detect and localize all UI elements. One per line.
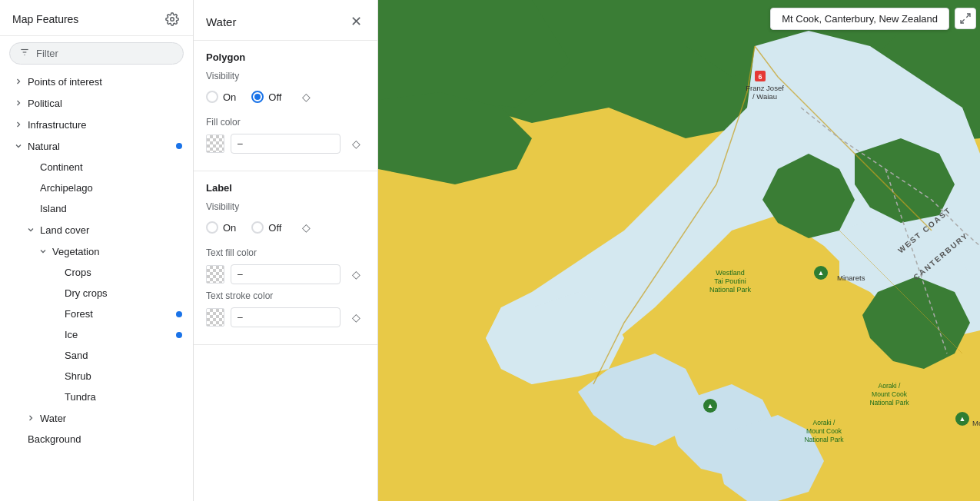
- nav-item-label: Tundra: [65, 391, 96, 403]
- svg-text:/ Waiau: / Waiau: [752, 92, 777, 101]
- fullscreen-button[interactable]: [955, 8, 976, 29]
- svg-text:Mount Hutton: Mount Hutton: [972, 419, 980, 427]
- svg-text:▲: ▲: [818, 269, 825, 277]
- text-fill-value[interactable]: –: [231, 264, 341, 284]
- nav-item-political[interactable]: Political: [0, 92, 193, 114]
- svg-text:6: 6: [758, 73, 762, 81]
- nav-item-landcover[interactable]: Land cover: [0, 219, 193, 241]
- svg-text:Aoraki /: Aoraki /: [813, 419, 835, 426]
- svg-text:▲: ▲: [707, 402, 714, 410]
- polygon-visibility-label: Visibility: [206, 71, 365, 81]
- arrow-icon: [12, 75, 25, 88]
- nav-item-label: Dry crops: [65, 287, 108, 299]
- map-area[interactable]: WEST COAST CANTERBURY WEST COAST CANTERB…: [378, 0, 980, 501]
- middle-panel: Water ✕ Polygon Visibility On Off ◇ Fill…: [194, 0, 378, 501]
- polygon-fill-value[interactable]: –: [231, 134, 341, 154]
- nav-item-label: Island: [40, 203, 67, 214]
- label-off-circle: [251, 221, 264, 234]
- filter-text: Filter: [36, 48, 58, 59]
- svg-text:National Park: National Park: [804, 436, 844, 443]
- arrow-icon: [25, 412, 37, 424]
- location-bar: Mt Cook, Canterbury, New Zealand: [770, 8, 949, 30]
- label-on-radio[interactable]: On: [206, 221, 236, 234]
- svg-text:National Park: National Park: [709, 286, 752, 294]
- label-visibility-label: Visibility: [206, 201, 365, 212]
- nav-item-infrastructure[interactable]: Infrastructure: [0, 114, 193, 135]
- polygon-on-circle: [206, 91, 218, 103]
- svg-text:Mount Cook: Mount Cook: [872, 390, 908, 398]
- svg-text:National Park: National Park: [869, 399, 909, 406]
- arrow-icon: [12, 118, 25, 131]
- arrow-icon: [37, 245, 49, 257]
- nav-item-vegetation[interactable]: Vegetation: [0, 241, 193, 262]
- svg-text:Westland: Westland: [716, 269, 744, 277]
- nav-tree: Points of interestPoliticalInfrastructur…: [0, 71, 193, 501]
- svg-text:▲: ▲: [959, 415, 966, 423]
- nav-item-sand[interactable]: Sand: [0, 345, 193, 366]
- label-section: Label Visibility On Off ◇ Text fill colo…: [194, 171, 377, 345]
- nav-item-drycrops[interactable]: Dry crops: [0, 283, 193, 304]
- svg-text:Minarets: Minarets: [837, 274, 865, 282]
- filter-bar[interactable]: Filter: [9, 42, 184, 65]
- nav-item-label: Land cover: [40, 224, 89, 236]
- close-button[interactable]: ✕: [347, 12, 365, 31]
- text-stroke-color-row: – ◇: [206, 307, 365, 327]
- polygon-visibility-diamond[interactable]: ◇: [297, 88, 315, 106]
- nav-item-label: Infrastructure: [28, 119, 87, 131]
- nav-item-tundra[interactable]: Tundra: [0, 387, 193, 407]
- polygon-off-radio[interactable]: Off: [251, 91, 281, 103]
- nav-item-label: Crops: [65, 267, 91, 278]
- nav-item-natural[interactable]: Natural: [0, 135, 193, 157]
- nav-item-archipelago[interactable]: Archipelago: [0, 178, 193, 198]
- polygon-on-label: On: [223, 91, 236, 103]
- nav-item-shrub[interactable]: Shrub: [0, 366, 193, 387]
- nav-item-island[interactable]: Island: [0, 198, 193, 219]
- nav-item-dot: [176, 143, 182, 149]
- text-fill-color-row: – ◇: [206, 264, 365, 284]
- nav-item-label: Water: [40, 413, 66, 424]
- nav-item-continent[interactable]: Continent: [0, 157, 193, 178]
- arrow-icon: [25, 224, 37, 236]
- nav-item-dot: [176, 311, 182, 317]
- text-stroke-swatch[interactable]: [206, 308, 224, 327]
- text-fill-swatch[interactable]: [206, 265, 224, 284]
- text-fill-color-label: Text fill color: [206, 247, 365, 258]
- text-stroke-diamond[interactable]: ◇: [347, 308, 365, 327]
- nav-item-water[interactable]: Water: [0, 407, 193, 429]
- text-stroke-color-label: Text stroke color: [206, 290, 365, 301]
- nav-item-dot: [176, 332, 182, 338]
- label-off-label: Off: [268, 222, 281, 234]
- polygon-fill-diamond[interactable]: ◇: [347, 134, 365, 153]
- panel-title: Map Features: [12, 13, 78, 25]
- text-stroke-value[interactable]: –: [231, 307, 341, 327]
- left-panel: Map Features Filter Points of interestPo…: [0, 0, 194, 501]
- text-fill-diamond[interactable]: ◇: [347, 265, 365, 284]
- svg-text:Franz Josef: Franz Josef: [746, 84, 784, 92]
- location-text: Mt Cook, Canterbury, New Zealand: [782, 13, 938, 25]
- polygon-on-radio[interactable]: On: [206, 91, 236, 103]
- nav-item-label: Shrub: [65, 370, 91, 382]
- label-off-radio[interactable]: Off: [251, 221, 281, 234]
- polygon-fill-swatch[interactable]: [206, 134, 224, 153]
- mid-panel-title: Water: [206, 15, 236, 28]
- nav-item-poi[interactable]: Points of interest: [0, 71, 193, 92]
- gear-icon[interactable]: [164, 11, 181, 28]
- polygon-fill-color-row: – ◇: [206, 134, 365, 154]
- nav-item-forest[interactable]: Forest: [0, 304, 193, 324]
- filter-icon: [19, 47, 30, 60]
- nav-item-label: Forest: [65, 308, 93, 320]
- nav-item-label: Natural: [28, 141, 60, 152]
- arrow-icon: [12, 140, 25, 152]
- mid-header: Water ✕: [194, 0, 377, 41]
- svg-text:Tai Poutini: Tai Poutini: [714, 277, 746, 285]
- nav-item-label: Points of interest: [28, 76, 102, 88]
- nav-item-crops[interactable]: Crops: [0, 262, 193, 283]
- nav-item-label: Vegetation: [52, 246, 99, 257]
- label-visibility-diamond[interactable]: ◇: [297, 218, 315, 237]
- nav-item-label: Continent: [40, 161, 83, 173]
- svg-line-54: [966, 14, 970, 18]
- nav-item-background[interactable]: Background: [0, 429, 193, 450]
- nav-item-label: Archipelago: [40, 182, 93, 194]
- nav-item-ice[interactable]: Ice: [0, 324, 193, 345]
- nav-item-label: Political: [28, 98, 62, 109]
